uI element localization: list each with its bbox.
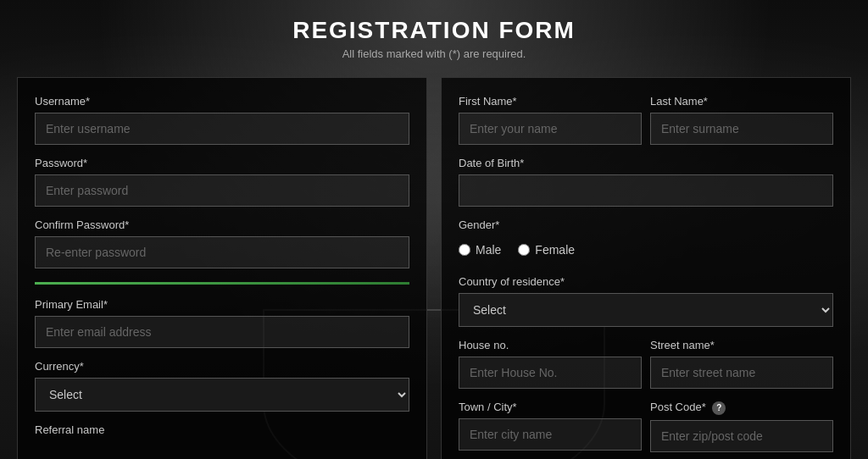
page-header: REGISTRATION FORM All fields marked with…: [17, 17, 851, 60]
postcode-help-icon[interactable]: ?: [712, 401, 726, 415]
gender-radio-group: Male Female: [459, 236, 833, 263]
currency-label: Currency*: [35, 360, 409, 373]
town-input[interactable]: [459, 418, 642, 451]
gender-male-label[interactable]: Male: [459, 243, 501, 257]
postcode-group: Post Code* ?: [650, 401, 833, 452]
house-no-group: House no.: [459, 339, 642, 389]
address-row: House no. Street name*: [459, 339, 833, 401]
gender-male-text: Male: [476, 243, 501, 257]
password-input[interactable]: [35, 174, 409, 207]
confirm-password-label: Confirm Password*: [35, 218, 409, 231]
first-name-group: First Name*: [459, 95, 642, 145]
gender-male-radio[interactable]: [459, 244, 470, 256]
page-title: REGISTRATION FORM: [17, 17, 851, 44]
gender-label: Gender*: [459, 218, 833, 231]
street-name-group: Street name*: [650, 339, 833, 389]
left-panel: Username* Password* Confirm Password* Pr…: [17, 77, 427, 459]
referral-label: Referral name: [35, 423, 409, 436]
town-group: Town / City*: [459, 401, 642, 452]
right-panel: First Name* Last Name* Date of Birth* Ge…: [441, 77, 851, 459]
dob-label: Date of Birth*: [459, 157, 833, 169]
first-name-label: First Name*: [459, 95, 642, 108]
page-subtitle: All fields marked with (*) are required.: [17, 47, 851, 60]
last-name-group: Last Name*: [650, 95, 833, 145]
username-group: Username*: [35, 95, 409, 145]
gender-group: Gender* Male Female: [459, 218, 833, 263]
email-group: Primary Email*: [35, 298, 409, 348]
password-label: Password*: [35, 157, 409, 169]
country-select[interactable]: Select United Kingdom United States Aust…: [459, 293, 833, 327]
gender-female-text: Female: [535, 243, 575, 257]
gender-female-label[interactable]: Female: [518, 243, 575, 257]
currency-group: Currency* Select USD EUR GBP AUD: [35, 360, 409, 412]
password-group: Password*: [35, 157, 409, 207]
gender-female-radio[interactable]: [518, 244, 530, 256]
confirm-password-group: Confirm Password*: [35, 218, 409, 268]
street-name-label: Street name*: [650, 339, 833, 351]
last-name-input[interactable]: [650, 113, 833, 145]
dob-input[interactable]: [459, 174, 833, 207]
dob-group: Date of Birth*: [459, 157, 833, 207]
username-label: Username*: [35, 95, 409, 108]
referral-group: Referral name: [35, 423, 409, 436]
postcode-input[interactable]: [650, 420, 833, 452]
currency-select[interactable]: Select USD EUR GBP AUD: [35, 378, 409, 412]
house-no-input[interactable]: [459, 357, 642, 389]
house-no-label: House no.: [459, 339, 642, 351]
postcode-label: Post Code* ?: [650, 401, 833, 415]
country-group: Country of residence* Select United King…: [459, 275, 833, 327]
confirm-password-input[interactable]: [35, 236, 409, 268]
city-row: Town / City* Post Code* ?: [459, 401, 833, 459]
name-row: First Name* Last Name*: [459, 95, 833, 157]
country-label: Country of residence*: [459, 275, 833, 288]
last-name-label: Last Name*: [650, 95, 833, 108]
email-label: Primary Email*: [35, 298, 409, 311]
first-name-input[interactable]: [459, 113, 642, 145]
town-label: Town / City*: [459, 401, 642, 413]
username-input[interactable]: [35, 113, 409, 145]
street-name-input[interactable]: [650, 357, 833, 389]
divider: [35, 282, 409, 285]
forms-container: Username* Password* Confirm Password* Pr…: [17, 77, 851, 459]
email-input[interactable]: [35, 316, 409, 348]
